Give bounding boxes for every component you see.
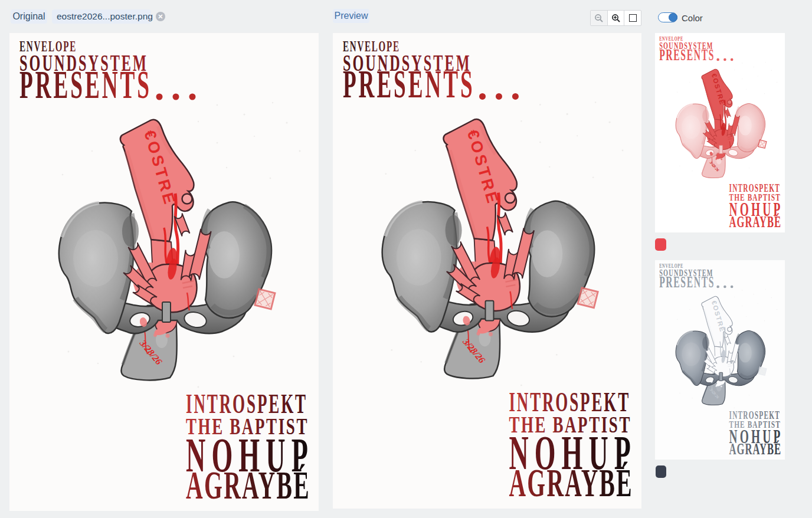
svg-text:AGRAYBÉ: AGRAYBÉ bbox=[509, 461, 633, 504]
svg-text:PRESENTS: PRESENTS bbox=[343, 63, 475, 106]
svg-text:PRESENTS: PRESENTS bbox=[659, 273, 715, 291]
svg-text:AGRAYBÉ: AGRAYBÉ bbox=[729, 212, 782, 231]
svg-text:AGRAYBÉ: AGRAYBÉ bbox=[186, 463, 310, 507]
svg-text:PRESENTS: PRESENTS bbox=[19, 63, 152, 106]
svg-text:AGRAYBÉ: AGRAYBÉ bbox=[729, 440, 782, 458]
svg-text:PRESENTS: PRESENTS bbox=[659, 45, 715, 64]
